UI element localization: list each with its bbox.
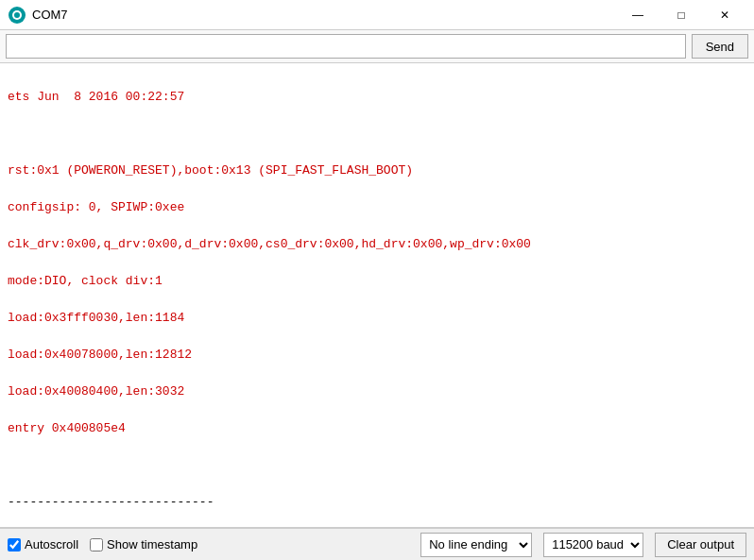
app-icon (8, 6, 26, 25)
output-line: ets Jun 8 2016 00:22:57 (8, 88, 746, 107)
timestamp-checkbox[interactable] (90, 538, 103, 552)
timestamp-text: Show timestamp (107, 537, 197, 552)
autoscroll-label[interactable]: Autoscroll (8, 537, 78, 552)
window-controls: — □ ✕ (616, 0, 746, 30)
output-line: clk_drv:0x00,q_drv:0x00,d_drv:0x00,cs0_d… (8, 235, 746, 254)
close-button[interactable]: ✕ (703, 0, 746, 30)
output-line: load:0x40078000,len:12812 (8, 346, 746, 365)
window-title: COM7 (32, 8, 616, 22)
autoscroll-checkbox[interactable] (8, 538, 21, 552)
autoscroll-text: Autoscroll (25, 537, 78, 552)
line-ending-select[interactable]: No line endingNewlineCarriage returnBoth… (420, 533, 532, 557)
output-line: mode:DIO, clock div:1 (8, 272, 746, 291)
output-line (8, 125, 746, 144)
output-line: load:0x40080400,len:3032 (8, 382, 746, 401)
serial-input[interactable] (6, 34, 686, 59)
output-line (8, 456, 746, 475)
baud-rate-select[interactable]: 300 baud1200 baud2400 baud4800 baud9600 … (543, 533, 643, 557)
output-line: ---------------------------- (8, 493, 746, 512)
title-bar: COM7 — □ ✕ (0, 0, 754, 30)
minimize-button[interactable]: — (616, 0, 660, 30)
status-bar: Autoscroll Show timestamp No line ending… (0, 528, 754, 560)
output-line: load:0x3fff0030,len:1184 (8, 309, 746, 328)
svg-point-2 (14, 12, 20, 18)
clear-output-button[interactable]: Clear output (655, 533, 746, 557)
output-area: ets Jun 8 2016 00:22:57 rst:0x1 (POWERON… (0, 63, 754, 528)
send-button[interactable]: Send (692, 34, 748, 59)
output-line: rst:0x1 (POWERON_RESET),boot:0x13 (SPI_F… (8, 161, 746, 180)
output-line: configsip: 0, SPIWP:0xee (8, 198, 746, 217)
input-area: Send (0, 30, 754, 63)
output-line: entry 0x400805e4 (8, 419, 746, 438)
timestamp-label[interactable]: Show timestamp (90, 537, 197, 552)
maximize-button[interactable]: □ (660, 0, 703, 30)
